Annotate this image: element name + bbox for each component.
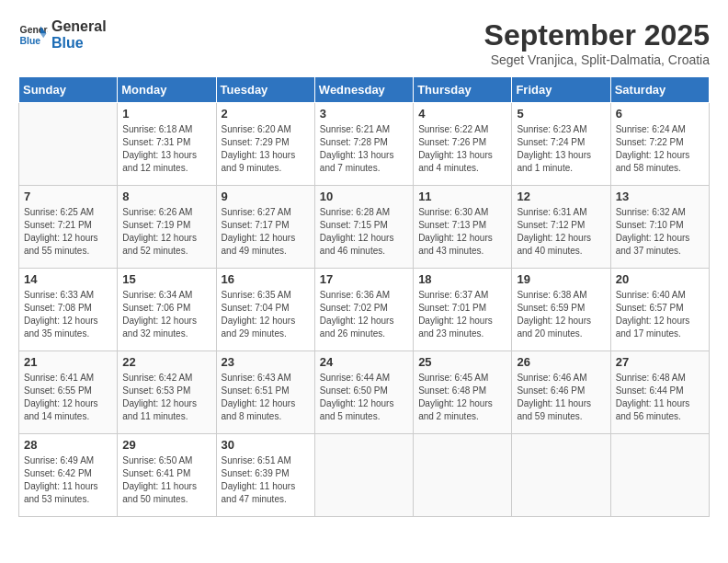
calendar-day-header: Monday (118, 77, 216, 103)
day-number: 5 (517, 107, 605, 121)
calendar-cell: 9Sunrise: 6:27 AM Sunset: 7:17 PM Daylig… (216, 186, 314, 269)
calendar-cell: 3Sunrise: 6:21 AM Sunset: 7:28 PM Daylig… (314, 103, 413, 186)
day-info: Sunrise: 6:28 AM Sunset: 7:15 PM Dayligh… (320, 206, 408, 258)
calendar-cell: 23Sunrise: 6:43 AM Sunset: 6:51 PM Dayli… (216, 351, 314, 434)
day-info: Sunrise: 6:43 AM Sunset: 6:51 PM Dayligh… (222, 372, 310, 423)
day-number: 19 (517, 272, 605, 286)
calendar-day-header: Thursday (414, 77, 512, 103)
day-info: Sunrise: 6:33 AM Sunset: 7:08 PM Dayligh… (24, 289, 112, 340)
calendar-week-row: 21Sunrise: 6:41 AM Sunset: 6:55 PM Dayli… (19, 351, 710, 434)
calendar-cell: 12Sunrise: 6:31 AM Sunset: 7:12 PM Dayli… (512, 186, 610, 269)
calendar-cell: 22Sunrise: 6:42 AM Sunset: 6:53 PM Dayli… (118, 351, 216, 434)
day-info: Sunrise: 6:20 AM Sunset: 7:29 PM Dayligh… (222, 123, 310, 175)
calendar-cell: 1Sunrise: 6:18 AM Sunset: 7:31 PM Daylig… (118, 103, 216, 186)
calendar-day-header: Wednesday (314, 77, 413, 103)
calendar-cell: 8Sunrise: 6:26 AM Sunset: 7:19 PM Daylig… (118, 186, 216, 269)
day-number: 16 (222, 272, 310, 286)
svg-marker-3 (40, 33, 46, 38)
day-number: 15 (122, 272, 210, 286)
day-number: 10 (320, 190, 408, 203)
day-info: Sunrise: 6:30 AM Sunset: 7:13 PM Dayligh… (418, 206, 506, 258)
calendar-week-row: 14Sunrise: 6:33 AM Sunset: 7:08 PM Dayli… (19, 269, 710, 351)
calendar-cell: 28Sunrise: 6:49 AM Sunset: 6:42 PM Dayli… (19, 434, 118, 517)
day-info: Sunrise: 6:31 AM Sunset: 7:12 PM Dayligh… (517, 206, 605, 258)
day-info: Sunrise: 6:37 AM Sunset: 7:01 PM Dayligh… (418, 289, 506, 340)
page-header: General Blue General Blue September 2025… (18, 18, 710, 67)
day-number: 29 (122, 438, 210, 452)
location-title: Seget Vranjica, Split-Dalmatia, Croatia (484, 52, 710, 67)
day-info: Sunrise: 6:42 AM Sunset: 6:53 PM Dayligh… (122, 372, 210, 423)
calendar-cell (414, 434, 512, 517)
calendar-week-row: 28Sunrise: 6:49 AM Sunset: 6:42 PM Dayli… (19, 434, 710, 517)
svg-text:Blue: Blue (20, 35, 41, 45)
day-number: 17 (320, 272, 408, 286)
calendar-cell (19, 103, 118, 186)
calendar-cell (610, 434, 709, 517)
calendar-cell (314, 434, 413, 517)
day-info: Sunrise: 6:50 AM Sunset: 6:41 PM Dayligh… (122, 454, 210, 506)
day-info: Sunrise: 6:25 AM Sunset: 7:21 PM Dayligh… (24, 206, 112, 258)
calendar-cell: 7Sunrise: 6:25 AM Sunset: 7:21 PM Daylig… (19, 186, 118, 269)
day-number: 9 (222, 190, 310, 203)
day-info: Sunrise: 6:22 AM Sunset: 7:26 PM Dayligh… (418, 123, 506, 175)
calendar-day-header: Sunday (19, 77, 118, 103)
day-number: 27 (616, 355, 704, 369)
calendar-day-header: Friday (512, 77, 610, 103)
calendar-cell: 13Sunrise: 6:32 AM Sunset: 7:10 PM Dayli… (610, 186, 709, 269)
calendar-table: SundayMondayTuesdayWednesdayThursdayFrid… (18, 76, 710, 517)
day-number: 22 (122, 355, 210, 369)
day-info: Sunrise: 6:32 AM Sunset: 7:10 PM Dayligh… (616, 206, 704, 258)
calendar-week-row: 7Sunrise: 6:25 AM Sunset: 7:21 PM Daylig… (19, 186, 710, 269)
calendar-cell: 15Sunrise: 6:34 AM Sunset: 7:06 PM Dayli… (118, 269, 216, 351)
day-number: 18 (418, 272, 506, 286)
day-number: 23 (222, 355, 310, 369)
calendar-cell: 24Sunrise: 6:44 AM Sunset: 6:50 PM Dayli… (314, 351, 413, 434)
logo-icon: General Blue (18, 20, 48, 50)
day-info: Sunrise: 6:51 AM Sunset: 6:39 PM Dayligh… (222, 454, 310, 506)
day-info: Sunrise: 6:48 AM Sunset: 6:44 PM Dayligh… (616, 372, 704, 423)
day-number: 6 (616, 107, 704, 121)
day-info: Sunrise: 6:49 AM Sunset: 6:42 PM Dayligh… (24, 454, 112, 506)
day-info: Sunrise: 6:45 AM Sunset: 6:48 PM Dayligh… (418, 372, 506, 423)
day-number: 26 (517, 355, 605, 369)
calendar-cell: 5Sunrise: 6:23 AM Sunset: 7:24 PM Daylig… (512, 103, 610, 186)
day-info: Sunrise: 6:26 AM Sunset: 7:19 PM Dayligh… (122, 206, 210, 258)
calendar-cell: 29Sunrise: 6:50 AM Sunset: 6:41 PM Dayli… (118, 434, 216, 517)
day-number: 30 (222, 438, 310, 452)
day-number: 7 (24, 190, 112, 203)
day-number: 8 (122, 190, 210, 203)
day-info: Sunrise: 6:44 AM Sunset: 6:50 PM Dayligh… (320, 372, 408, 423)
day-info: Sunrise: 6:24 AM Sunset: 7:22 PM Dayligh… (616, 123, 704, 175)
day-number: 21 (24, 355, 112, 369)
day-info: Sunrise: 6:46 AM Sunset: 6:46 PM Dayligh… (517, 372, 605, 423)
calendar-cell: 4Sunrise: 6:22 AM Sunset: 7:26 PM Daylig… (414, 103, 512, 186)
calendar-cell: 10Sunrise: 6:28 AM Sunset: 7:15 PM Dayli… (314, 186, 413, 269)
day-info: Sunrise: 6:40 AM Sunset: 6:57 PM Dayligh… (616, 289, 704, 340)
calendar-cell: 14Sunrise: 6:33 AM Sunset: 7:08 PM Dayli… (19, 269, 118, 351)
calendar-header-row: SundayMondayTuesdayWednesdayThursdayFrid… (19, 77, 710, 103)
day-info: Sunrise: 6:35 AM Sunset: 7:04 PM Dayligh… (222, 289, 310, 340)
day-number: 12 (517, 190, 605, 203)
day-number: 3 (320, 107, 408, 121)
calendar-cell: 27Sunrise: 6:48 AM Sunset: 6:44 PM Dayli… (610, 351, 709, 434)
calendar-day-header: Tuesday (216, 77, 314, 103)
calendar-cell: 6Sunrise: 6:24 AM Sunset: 7:22 PM Daylig… (610, 103, 709, 186)
day-info: Sunrise: 6:36 AM Sunset: 7:02 PM Dayligh… (320, 289, 408, 340)
day-number: 25 (418, 355, 506, 369)
logo-general: General (51, 18, 107, 35)
day-info: Sunrise: 6:23 AM Sunset: 7:24 PM Dayligh… (517, 123, 605, 175)
calendar-cell: 17Sunrise: 6:36 AM Sunset: 7:02 PM Dayli… (314, 269, 413, 351)
calendar-cell (512, 434, 610, 517)
day-info: Sunrise: 6:41 AM Sunset: 6:55 PM Dayligh… (24, 372, 112, 423)
day-info: Sunrise: 6:18 AM Sunset: 7:31 PM Dayligh… (122, 123, 210, 175)
day-info: Sunrise: 6:34 AM Sunset: 7:06 PM Dayligh… (122, 289, 210, 340)
day-number: 1 (122, 107, 210, 121)
logo-blue: Blue (51, 35, 107, 52)
day-number: 13 (616, 190, 704, 203)
day-number: 24 (320, 355, 408, 369)
day-info: Sunrise: 6:21 AM Sunset: 7:28 PM Dayligh… (320, 123, 408, 175)
calendar-week-row: 1Sunrise: 6:18 AM Sunset: 7:31 PM Daylig… (19, 103, 710, 186)
calendar-cell: 2Sunrise: 6:20 AM Sunset: 7:29 PM Daylig… (216, 103, 314, 186)
day-number: 4 (418, 107, 506, 121)
calendar-cell: 21Sunrise: 6:41 AM Sunset: 6:55 PM Dayli… (19, 351, 118, 434)
